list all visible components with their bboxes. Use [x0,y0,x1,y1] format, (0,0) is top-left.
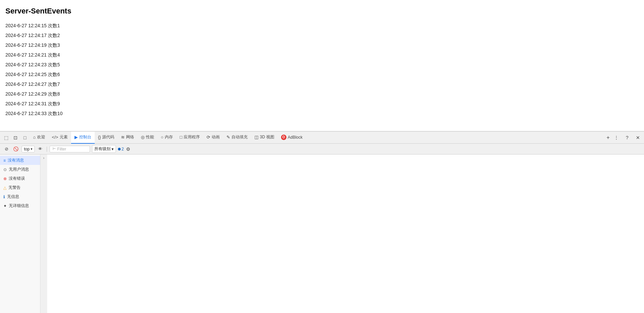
devtools-main-area: ≡ 没有消息 ⊙ 无用户消息 ⊗ 没有错误 △ 无警告 ℹ 无信息 ✦ 无详细信… [0,154,644,313]
devtools-right-icons: ⋮ ? ✕ [612,133,643,142]
console-sidebar: ≡ 没有消息 ⊙ 无用户消息 ⊗ 没有错误 △ 无警告 ℹ 无信息 ✦ 无详细信… [0,154,40,313]
devtools-tabs-bar: ⬚ ⊡ □ ⌂ 欢迎 </> 元素 ▶ 控制台 {} 源代码 ≋ 网络 ◎ 性能… [0,132,644,144]
tab-3dview-label: 3D 视图 [260,134,274,140]
sidebar-item-errors[interactable]: ⊗ 没有错误 [0,174,40,183]
sources-tab-icon: {} [98,135,101,140]
tab-autofill[interactable]: ✎ 自动填充 [223,132,251,144]
memory-tab-icon: ○ [161,135,163,140]
event-item: 2024-6-27 12:24:25 次数6 [5,71,639,78]
tab-performance-label: 性能 [146,134,154,140]
devtools-panel: ⬚ ⊡ □ ⌂ 欢迎 </> 元素 ▶ 控制台 {} 源代码 ≋ 网络 ◎ 性能… [0,131,644,313]
tab-console[interactable]: ▶ 控制台 [71,132,95,144]
events-list: 2024-6-27 12:24:15 次数12024-6-27 12:24:17… [5,22,639,117]
tab-performance[interactable]: ◎ 性能 [137,132,157,144]
user-icon: ⊙ [3,167,7,172]
tab-memory-label: 内存 [165,134,173,140]
block-console-button[interactable]: 🚫 [12,145,20,153]
event-item: 2024-6-27 12:24:19 次数3 [5,42,639,49]
device-toolbar-button[interactable]: ⊡ [11,133,20,142]
sidebar-item-messages[interactable]: ≡ 没有消息 [0,156,40,165]
adblock-icon: O [281,135,286,140]
filter-icon: ⊢ [53,147,56,151]
tab-autofill-label: 自动填充 [232,134,248,140]
main-content: Server-SentEvents 2024-6-27 12:24:15 次数1… [0,0,644,131]
tab-elements[interactable]: </> 元素 [49,132,71,144]
tab-console-label: 控制台 [79,134,91,140]
welcome-tab-icon: ⌂ [33,135,36,140]
3dview-tab-icon: ◫ [254,135,258,140]
info-icon: ℹ [3,195,5,199]
devtools-toolbar: ⊘ 🚫 top ▾ 👁 | ⊢ Filter 所有级别 ▾ 2 ⚙ [0,144,644,154]
tab-welcome[interactable]: ⌂ 欢迎 [30,132,49,144]
message-count-badge: 2 [118,147,124,151]
event-item: 2024-6-27 12:24:31 次数9 [5,100,639,107]
sidebar-item-warnings[interactable]: △ 无警告 [0,183,40,192]
console-content [47,154,644,313]
sidebar-user-label: 无用户消息 [9,167,29,172]
elements-tab-icon: </> [52,135,58,140]
eye-button[interactable]: 👁 [37,145,44,153]
clear-console-button[interactable]: ⊘ [3,145,10,153]
sidebar-expand-button[interactable]: › [40,154,47,313]
filter-placeholder: Filter [57,147,66,151]
event-item: 2024-6-27 12:24:29 次数8 [5,91,639,98]
sidebar-item-verbose[interactable]: ✦ 无详细信息 [0,201,40,210]
tab-adblock[interactable]: O AdBlock [278,132,306,144]
animation-tab-icon: ⟳ [207,135,210,140]
console-tab-icon: ▶ [74,135,78,140]
sidebar-info-label: 无信息 [7,194,19,200]
sidebar-item-user[interactable]: ⊙ 无用户消息 [0,165,40,174]
performance-tab-icon: ◎ [141,135,145,140]
verbose-icon: ✦ [3,204,7,208]
context-chevron-icon: ▾ [31,147,32,151]
sidebar-errors-label: 没有错误 [9,176,25,181]
event-item: 2024-6-27 12:24:33 次数10 [5,110,639,117]
sidebar-item-info[interactable]: ℹ 无信息 [0,192,40,201]
tab-elements-label: 元素 [60,134,68,140]
tab-3dview[interactable]: ◫ 3D 视图 [251,132,278,144]
autofill-tab-icon: ✎ [226,135,230,140]
tab-animation[interactable]: ⟳ 动画 [203,132,223,144]
badge-dot-icon [118,148,121,150]
event-item: 2024-6-27 12:24:21 次数4 [5,51,639,59]
tab-application-label: 应用程序 [184,134,200,140]
add-tab-button[interactable]: + [605,135,612,141]
warnings-icon: △ [3,185,6,190]
help-button[interactable]: ? [622,133,632,142]
tab-network[interactable]: ≋ 网络 [118,132,137,144]
tab-network-label: 网络 [126,134,134,140]
event-item: 2024-6-27 12:24:27 次数7 [5,81,639,88]
tab-animation-label: 动画 [212,134,220,140]
tab-welcome-label: 欢迎 [37,134,45,140]
tab-sources-label: 源代码 [102,134,114,140]
tab-memory[interactable]: ○ 内存 [157,132,176,144]
log-level-selector[interactable]: 所有级别 ▾ [92,145,116,153]
more-options-button[interactable]: ⋮ [612,133,621,142]
sidebar-messages-label: 没有消息 [8,158,24,163]
console-settings-button[interactable]: ⚙ [126,146,130,152]
sidebar-verbose-label: 无详细信息 [9,203,29,209]
tab-adblock-label: AdBlock [288,135,303,140]
sidebar-warnings-label: 无警告 [8,185,21,190]
event-item: 2024-6-27 12:24:23 次数5 [5,61,639,68]
log-level-value: 所有级别 [94,146,111,152]
filter-separator: | [46,146,48,152]
badge-count: 2 [122,147,124,151]
dock-button[interactable]: □ [20,133,30,142]
close-devtools-button[interactable]: ✕ [633,133,643,142]
context-value: top [24,147,30,151]
filter-input-area[interactable]: ⊢ Filter [50,146,90,152]
application-tab-icon: □ [180,135,182,140]
context-selector[interactable]: top ▾ [22,146,35,152]
tab-sources[interactable]: {} 源代码 [95,132,118,144]
event-item: 2024-6-27 12:24:17 次数2 [5,32,639,39]
tab-application[interactable]: □ 应用程序 [176,132,203,144]
messages-icon: ≡ [3,158,6,163]
errors-icon: ⊗ [3,176,7,181]
log-level-chevron-icon: ▾ [112,147,114,151]
network-tab-icon: ≋ [121,135,125,140]
event-item: 2024-6-27 12:24:15 次数1 [5,22,639,29]
inspect-element-button[interactable]: ⬚ [1,133,11,142]
page-title: Server-SentEvents [5,7,639,15]
